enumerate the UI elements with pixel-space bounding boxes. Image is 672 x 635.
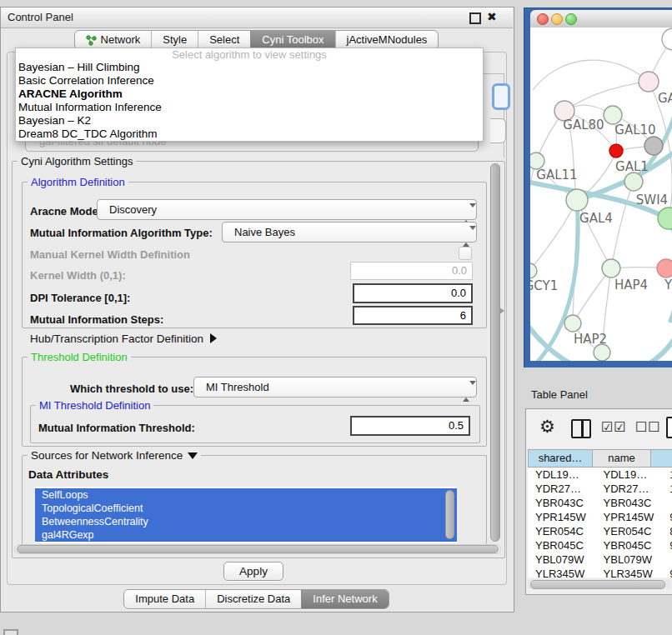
table-row[interactable]: YBL079WYBL079W	[528, 552, 672, 567]
stepper-icon	[463, 382, 470, 401]
table-row[interactable]: YBR043CYBR043C	[528, 496, 672, 510]
column-header-name[interactable]: name	[593, 449, 651, 468]
table-row[interactable]: YBR045CYBR045C9.	[528, 538, 672, 552]
aracne-mode-combo[interactable]: Discovery	[97, 199, 477, 220]
network-node[interactable]	[609, 144, 623, 158]
tab-discretize-label: Discretize Data	[217, 590, 290, 608]
panel-splitter-arrow[interactable]	[499, 308, 504, 314]
tab-select[interactable]: Select	[198, 31, 250, 49]
network-node[interactable]	[564, 315, 581, 332]
mi-type-label: Mutual Information Algorithm Type:	[30, 227, 213, 239]
horizontal-scroll-thumb[interactable]	[17, 545, 499, 553]
network-window-titlebar[interactable]	[530, 10, 672, 28]
float-window-icon[interactable]	[469, 12, 481, 24]
table-cell: YER054C	[528, 524, 601, 538]
which-threshold-value: MI Threshold	[206, 381, 269, 393]
settings-group-title: Cyni Algorithm Settings	[18, 155, 136, 168]
manual-kernel-checkbox[interactable]	[459, 247, 472, 260]
table-row[interactable]: YPR145WYPR145W9.	[528, 510, 672, 524]
data-attributes-list: SelfLoops TopologicalCoefficient Between…	[35, 487, 457, 543]
tab-impute-data[interactable]: Impute Data	[124, 590, 205, 608]
settings-horizontal-scrollbar[interactable]	[14, 544, 501, 554]
table-cell: 12	[661, 482, 672, 496]
control-panel-titlebar	[1, 8, 513, 28]
network-node-label: GAL11	[536, 168, 577, 182]
network-node-label: SWI4	[636, 192, 668, 208]
bottom-tab-strip: Impute Data Discretize Data Infer Networ…	[0, 589, 513, 609]
which-threshold-combo[interactable]: MI Threshold	[193, 377, 477, 398]
network-node[interactable]	[639, 72, 659, 92]
attribute-item[interactable]: SelfLoops	[35, 488, 457, 502]
dropdown-item[interactable]: Dream8 DC_TDC Algorithm	[16, 128, 483, 141]
table-horizontal-scrollbar[interactable]	[528, 579, 671, 589]
network-node[interactable]	[594, 344, 610, 361]
tab-jactivemnodules[interactable]: jActiveMNodules	[335, 31, 439, 49]
network-node[interactable]	[530, 263, 537, 278]
columns-icon[interactable]	[571, 419, 591, 438]
kernel-width-field[interactable]: 0.0	[350, 262, 473, 280]
panel-title: Control Panel	[8, 11, 73, 23]
attribute-item[interactable]: gal4RGexp	[35, 528, 457, 542]
close-traffic-light[interactable]	[537, 13, 549, 25]
column-header-shared-name[interactable]: shared…	[528, 449, 593, 468]
table-cell: YLR345W	[601, 567, 662, 578]
tab-network-label: Network	[101, 31, 141, 49]
dropdown-item[interactable]: Basic Correlation Inference	[16, 74, 483, 88]
dropdown-item[interactable]: Bayesian – K2	[16, 114, 483, 128]
tab-network[interactable]: Network	[75, 31, 152, 49]
network-node[interactable]	[657, 259, 672, 278]
network-node[interactable]	[604, 106, 622, 124]
data-attributes-label: Data Attributes	[28, 468, 108, 481]
attribute-list-scrollbar[interactable]	[445, 490, 454, 539]
settings-vertical-scrollbar[interactable]	[490, 163, 500, 542]
table-row[interactable]: YDL19…YDL19…13	[528, 468, 672, 482]
table-row[interactable]: YDR27…YDR27…12	[528, 482, 672, 496]
table-cell	[661, 552, 672, 567]
network-node[interactable]	[658, 208, 672, 229]
network-node[interactable]	[530, 152, 544, 169]
network-node-label: GAL10	[614, 122, 655, 138]
network-node-label: GAL	[658, 91, 672, 106]
close-icon[interactable]: ✖	[487, 10, 497, 23]
table-row[interactable]: YLR345WYLR345W9.	[528, 567, 672, 578]
table-cell: YLR345W	[528, 567, 601, 578]
mi-threshold-field[interactable]: 0.5	[350, 416, 470, 436]
dropdown-item-selected[interactable]: ARACNE Algorithm	[16, 88, 483, 101]
network-node[interactable]	[644, 137, 663, 155]
network-node[interactable]	[624, 172, 643, 191]
tab-infer-network[interactable]: Infer Network	[301, 590, 388, 608]
network-node-label: GCY1	[530, 278, 558, 293]
tab-cyni-toolbox[interactable]: Cyni Toolbox	[250, 31, 334, 49]
combo-fragment[interactable]	[490, 118, 506, 143]
table-cell: 13	[661, 468, 672, 482]
network-node[interactable]	[662, 28, 672, 50]
network-canvas[interactable]: GALGAL80GAL10GAL1GAL11SWI4GAL4GCY1HAP4YH…	[530, 28, 672, 361]
table-row[interactable]: YER054CYER054C8.	[528, 524, 672, 538]
table-cell: 9.	[661, 510, 672, 524]
mi-type-combo[interactable]: Naive Bayes	[222, 222, 477, 242]
tab-discretize-data[interactable]: Discretize Data	[205, 590, 301, 608]
mi-steps-field[interactable]: 6	[353, 306, 473, 325]
dropdown-item[interactable]: Mutual Information Inference	[16, 101, 483, 114]
deselect-all-checkboxes-icon[interactable]: ☐☐	[635, 419, 661, 435]
table-scroll-thumb[interactable]	[530, 580, 665, 589]
minimize-traffic-light[interactable]	[551, 13, 563, 25]
dpi-tolerance-field[interactable]: 0.0	[353, 283, 473, 303]
attribute-item[interactable]: BetweennessCentrality	[35, 515, 457, 528]
select-all-checkboxes-icon[interactable]: ☑☑	[601, 419, 627, 435]
table-cell: YPR145W	[601, 510, 662, 524]
apply-button[interactable]: Apply	[223, 562, 283, 581]
zoom-traffic-light[interactable]	[565, 13, 577, 25]
attribute-item[interactable]: TopologicalCoefficient	[35, 502, 457, 515]
network-node[interactable]	[566, 189, 588, 211]
settings-gear-icon[interactable]: ⚙	[539, 418, 555, 435]
document-icon[interactable]	[666, 417, 672, 438]
network-node[interactable]	[602, 259, 620, 278]
dock-panel-icon[interactable]	[3, 629, 18, 635]
column-header-partial[interactable]	[651, 449, 672, 468]
focused-combo-fragment[interactable]	[492, 83, 510, 110]
hub-definition-expander[interactable]: Hub/Transcription Factor Definition	[30, 332, 217, 345]
tab-style[interactable]: Style	[151, 31, 198, 49]
sources-group-title[interactable]: Sources for Network Inference	[28, 449, 201, 462]
dropdown-item[interactable]: Bayesian – Hill Climbing	[16, 61, 483, 74]
